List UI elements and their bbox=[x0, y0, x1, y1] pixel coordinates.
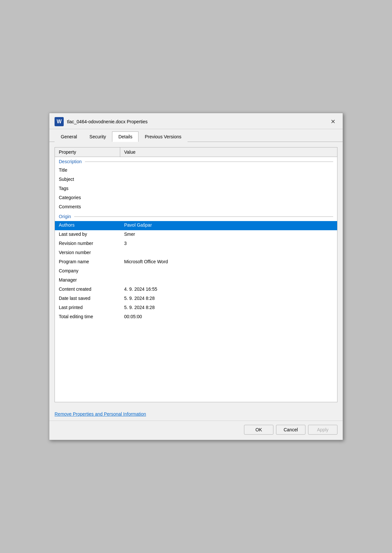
link-area: Remove Properties and Personal Informati… bbox=[49, 407, 343, 421]
properties-table-container[interactable]: Property Value Description Title Subject… bbox=[55, 147, 337, 402]
prop-comments-name: Comments bbox=[55, 203, 120, 212]
prop-manager-value bbox=[120, 276, 337, 285]
table-header: Property Value bbox=[55, 147, 337, 157]
prop-content-created-value: 4. 9. 2024 16:55 bbox=[120, 285, 337, 294]
remove-properties-link[interactable]: Remove Properties and Personal Informati… bbox=[55, 411, 146, 417]
prop-subject-value bbox=[120, 175, 337, 184]
row-program-name[interactable]: Program name Microsoft Office Word bbox=[55, 258, 337, 267]
row-subject[interactable]: Subject bbox=[55, 175, 337, 184]
properties-dialog: W tlac_0464-odovodnenie.docx Properties … bbox=[49, 113, 343, 440]
row-categories[interactable]: Categories bbox=[55, 194, 337, 203]
prop-company-value bbox=[120, 267, 337, 276]
prop-last-printed-value: 5. 9. 2024 8:28 bbox=[120, 303, 337, 313]
section-origin-label: Origin bbox=[59, 214, 71, 219]
prop-total-editing-time-value: 00:05:00 bbox=[120, 313, 337, 322]
prop-last-saved-by-value: Smer bbox=[120, 230, 337, 239]
prop-authors-value: Pavol Gašpar bbox=[120, 221, 337, 230]
prop-subject-name: Subject bbox=[55, 175, 120, 184]
row-version-number[interactable]: Version number bbox=[55, 249, 337, 258]
section-origin: Origin bbox=[55, 212, 337, 221]
prop-revision-number-value: 3 bbox=[120, 239, 337, 249]
prop-title-value bbox=[120, 166, 337, 175]
col-header-property: Property bbox=[55, 147, 120, 157]
row-title[interactable]: Title bbox=[55, 166, 337, 175]
prop-last-printed-name: Last printed bbox=[55, 303, 120, 313]
tab-security[interactable]: Security bbox=[83, 131, 112, 142]
content-area: Property Value Description Title Subject… bbox=[49, 142, 343, 407]
prop-categories-name: Categories bbox=[55, 194, 120, 203]
tab-bar: General Security Details Previous Versio… bbox=[49, 131, 343, 142]
row-company[interactable]: Company bbox=[55, 267, 337, 276]
row-authors[interactable]: Authors Pavol Gašpar bbox=[55, 221, 337, 230]
prop-program-name-value: Microsoft Office Word bbox=[120, 258, 337, 267]
row-tags[interactable]: Tags bbox=[55, 184, 337, 194]
prop-total-editing-time-name: Total editing time bbox=[55, 313, 120, 322]
ok-button[interactable]: OK bbox=[244, 425, 273, 435]
title-bar-left: W tlac_0464-odovodnenie.docx Properties bbox=[55, 117, 148, 126]
section-origin-line bbox=[74, 216, 333, 217]
row-revision-number[interactable]: Revision number 3 bbox=[55, 239, 337, 249]
close-button[interactable]: ✕ bbox=[328, 117, 337, 126]
section-description-label: Description bbox=[59, 159, 82, 164]
row-content-created[interactable]: Content created 4. 9. 2024 16:55 bbox=[55, 285, 337, 294]
section-description: Description bbox=[55, 157, 337, 166]
tab-general[interactable]: General bbox=[55, 131, 83, 142]
title-bar: W tlac_0464-odovodnenie.docx Properties … bbox=[49, 113, 343, 129]
prop-content-created-name: Content created bbox=[55, 285, 120, 294]
col-header-value: Value bbox=[120, 147, 337, 157]
window-title: tlac_0464-odovodnenie.docx Properties bbox=[67, 119, 148, 124]
prop-version-number-value bbox=[120, 249, 337, 258]
row-last-saved-by[interactable]: Last saved by Smer bbox=[55, 230, 337, 239]
row-total-editing-time[interactable]: Total editing time 00:05:00 bbox=[55, 313, 337, 322]
tab-details[interactable]: Details bbox=[112, 131, 139, 142]
prop-program-name-name: Program name bbox=[55, 258, 120, 267]
prop-last-saved-by-name: Last saved by bbox=[55, 230, 120, 239]
prop-tags-value bbox=[120, 184, 337, 194]
row-comments[interactable]: Comments bbox=[55, 203, 337, 212]
prop-date-last-saved-value: 5. 9. 2024 8:28 bbox=[120, 294, 337, 303]
prop-version-number-name: Version number bbox=[55, 249, 120, 258]
prop-revision-number-name: Revision number bbox=[55, 239, 120, 249]
word-icon: W bbox=[55, 117, 64, 126]
prop-comments-value bbox=[120, 203, 337, 212]
prop-categories-value bbox=[120, 194, 337, 203]
apply-button[interactable]: Apply bbox=[308, 425, 337, 435]
prop-date-last-saved-name: Date last saved bbox=[55, 294, 120, 303]
row-date-last-saved[interactable]: Date last saved 5. 9. 2024 8:28 bbox=[55, 294, 337, 303]
prop-manager-name: Manager bbox=[55, 276, 120, 285]
row-last-printed[interactable]: Last printed 5. 9. 2024 8:28 bbox=[55, 303, 337, 313]
prop-authors-name: Authors bbox=[55, 221, 120, 230]
tab-previous-versions[interactable]: Previous Versions bbox=[139, 131, 188, 142]
button-bar: OK Cancel Apply bbox=[49, 421, 343, 440]
section-description-line bbox=[85, 162, 333, 162]
row-manager[interactable]: Manager bbox=[55, 276, 337, 285]
cancel-button[interactable]: Cancel bbox=[276, 425, 305, 435]
prop-tags-name: Tags bbox=[55, 184, 120, 194]
prop-company-name: Company bbox=[55, 267, 120, 276]
prop-title-name: Title bbox=[55, 166, 120, 175]
